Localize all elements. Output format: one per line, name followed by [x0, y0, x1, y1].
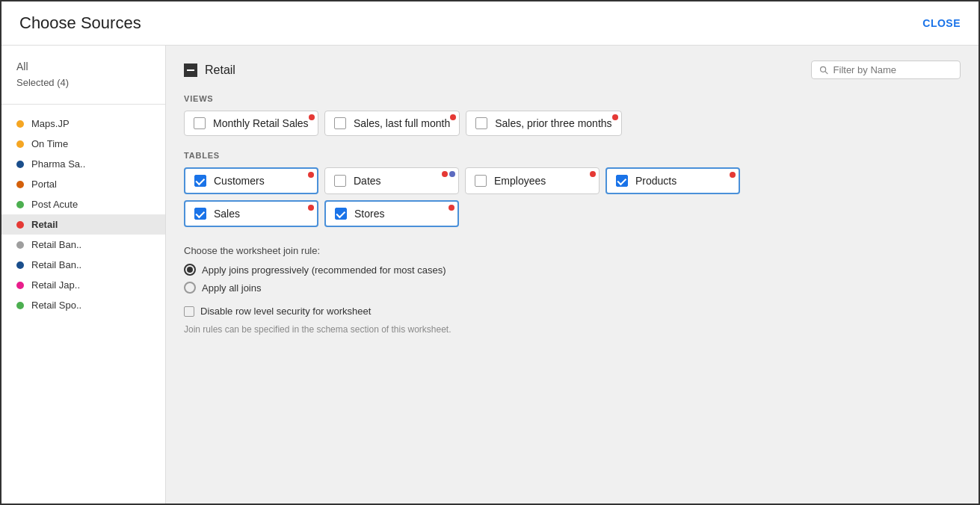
dot-icon	[16, 302, 24, 309]
dots-indicator	[442, 171, 455, 177]
status-dot	[309, 114, 315, 120]
dots-indicator	[730, 172, 736, 178]
table-checkbox[interactable]	[194, 208, 206, 220]
radio-option-0[interactable]: Apply joins progressively (recommended f…	[184, 264, 961, 276]
sidebar-item-label: Retail Jap..	[31, 279, 80, 291]
table-label: Dates	[354, 175, 381, 187]
dots-indicator	[308, 205, 314, 211]
views-label: VIEWS	[184, 94, 961, 103]
dots-indicator	[450, 114, 456, 120]
sidebar-top: All Selected (4)	[1, 58, 165, 98]
table-checkbox[interactable]	[194, 175, 206, 187]
sidebar-divider	[1, 104, 165, 105]
radio-option-1[interactable]: Apply all joins	[184, 282, 961, 294]
tables-section: TABLES Customers Dates Employees Product…	[184, 151, 961, 227]
sidebar-item-label: Retail Ban..	[31, 239, 81, 250]
sidebar-item-label: Retail Spo..	[31, 300, 81, 311]
close-button[interactable]: CLOSE	[922, 17, 961, 29]
sidebar-item-retail-ban--[interactable]: Retail Ban..	[1, 255, 165, 275]
table-label: Sales	[214, 208, 240, 220]
source-title-row: Retail	[184, 63, 235, 77]
sidebar-item-label: Retail Ban..	[31, 259, 81, 270]
tables-label: TABLES	[184, 151, 961, 160]
filter-wrapper[interactable]	[811, 61, 961, 79]
dot-icon	[16, 261, 24, 269]
table-card-2[interactable]: Employees	[465, 167, 600, 194]
security-checkbox[interactable]	[184, 306, 194, 317]
dot-icon	[16, 201, 24, 208]
search-icon	[819, 65, 829, 75]
security-checkbox-row[interactable]: Disable row level security for worksheet	[184, 306, 961, 317]
main-content: Retail VIEWS Monthly Retail Sales Sal	[166, 46, 979, 504]
dot-icon	[16, 221, 24, 229]
view-checkbox[interactable]	[334, 117, 346, 129]
table-card-1[interactable]: Dates	[324, 167, 459, 194]
table-label: Stores	[354, 208, 384, 220]
table-checkbox[interactable]	[616, 175, 628, 187]
view-card-2[interactable]: Sales, prior three months	[466, 111, 621, 136]
sidebar: All Selected (4) Maps.JPOn TimePharma Sa…	[1, 46, 166, 504]
status-dot	[450, 114, 456, 120]
modal-container: Choose Sources CLOSE All Selected (4) Ma…	[0, 0, 980, 505]
views-row: Monthly Retail Sales Sales, last full mo…	[184, 111, 961, 136]
tables-row-1: Customers Dates Employees Products	[184, 167, 961, 194]
sidebar-item-label: Maps.JP	[31, 118, 70, 129]
tables-row: Customers Dates Employees Products Sales…	[184, 167, 961, 227]
dot-icon	[16, 161, 24, 168]
sidebar-item-retail[interactable]: Retail	[1, 214, 165, 235]
table-checkbox[interactable]	[334, 175, 346, 187]
sidebar-item-label: Retail	[31, 219, 58, 230]
sidebar-item-retail-jap--[interactable]: Retail Jap..	[1, 275, 165, 295]
source-header: Retail	[184, 61, 961, 79]
view-card-1[interactable]: Sales, last full month	[324, 111, 460, 136]
sidebar-item-label: Portal	[31, 179, 57, 190]
security-checkbox-label: Disable row level security for worksheet	[200, 306, 371, 317]
sidebar-item-on-time[interactable]: On Time	[1, 134, 165, 154]
hint-text: Join rules can be specified in the schem…	[184, 324, 961, 335]
radio-options: Apply joins progressively (recommended f…	[184, 264, 961, 294]
status-dot	[730, 172, 736, 178]
sidebar-item-portal[interactable]: Portal	[1, 174, 165, 194]
sidebar-items-list: Maps.JPOn TimePharma Sa..PortalPost Acut…	[1, 114, 165, 315]
status-dot	[612, 114, 618, 120]
sidebar-selected-info: Selected (4)	[16, 77, 69, 88]
table-card-3[interactable]: Products	[605, 167, 740, 194]
sidebar-item-label: Pharma Sa..	[31, 158, 85, 170]
table-card-5[interactable]: Stores	[324, 200, 459, 227]
status-dot	[308, 172, 314, 178]
view-label: Monthly Retail Sales	[213, 117, 309, 129]
table-card-0[interactable]: Customers	[184, 167, 318, 194]
table-checkbox[interactable]	[335, 208, 347, 220]
deselect-all-icon[interactable]	[184, 63, 197, 77]
sidebar-item-label: On Time	[31, 138, 68, 149]
table-checkbox[interactable]	[475, 175, 487, 187]
table-card-4[interactable]: Sales	[184, 200, 318, 227]
status-dot	[449, 205, 454, 211]
views-section: VIEWS Monthly Retail Sales Sales, last f…	[184, 94, 961, 136]
radio-circle	[184, 264, 196, 276]
view-label: Sales, last full month	[354, 117, 450, 129]
join-rule-label: Choose the worksheet join rule:	[184, 245, 961, 256]
filter-input[interactable]	[833, 64, 952, 75]
sidebar-item-pharma-sa--[interactable]: Pharma Sa..	[1, 154, 165, 174]
sidebar-item-maps-jp[interactable]: Maps.JP	[1, 114, 165, 134]
modal-title: Choose Sources	[19, 13, 141, 33]
view-checkbox[interactable]	[194, 117, 206, 129]
dots-indicator	[449, 205, 454, 211]
sidebar-item-post-acute[interactable]: Post Acute	[1, 194, 165, 214]
sidebar-all-link[interactable]: All	[16, 61, 150, 72]
dot-icon	[16, 241, 24, 249]
tables-row-2: Sales Stores	[184, 200, 961, 227]
sidebar-item-retail-spo--[interactable]: Retail Spo..	[1, 295, 165, 315]
view-card-0[interactable]: Monthly Retail Sales	[184, 111, 318, 136]
sidebar-item-retail-ban--[interactable]: Retail Ban..	[1, 235, 165, 255]
status-dot	[590, 171, 596, 177]
view-checkbox[interactable]	[475, 117, 487, 129]
radio-text: Apply all joins	[202, 282, 262, 294]
dot-icon	[16, 120, 24, 128]
modal-body: All Selected (4) Maps.JPOn TimePharma Sa…	[1, 46, 979, 504]
svg-line-1	[825, 71, 828, 73]
source-name: Retail	[205, 63, 235, 77]
dots-indicator	[309, 114, 315, 120]
view-label: Sales, prior three months	[495, 117, 611, 129]
